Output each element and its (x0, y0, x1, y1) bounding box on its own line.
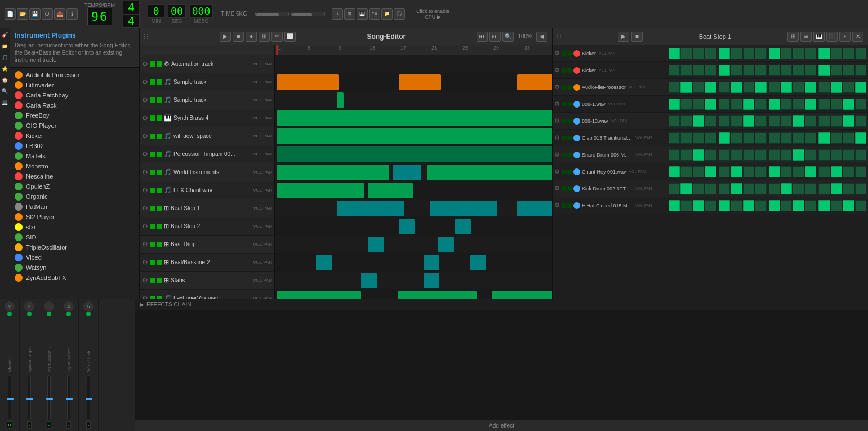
record-step-btn[interactable]: ⊞ (259, 32, 270, 42)
prev-btn[interactable]: ⏮ (477, 32, 488, 42)
record-btn[interactable]: ● (246, 32, 257, 42)
beat-step-btn[interactable] (743, 48, 754, 59)
channel-fader[interactable] (67, 375, 70, 420)
beat-solo-btn[interactable] (567, 186, 572, 191)
strip-my-presets-icon[interactable]: ⭐ (1, 64, 10, 73)
segment[interactable] (427, 165, 552, 180)
beat-step-btn[interactable] (693, 132, 704, 144)
track-mute-btn[interactable] (150, 97, 155, 103)
beat-step-btn[interactable] (781, 65, 792, 76)
beat-step-btn[interactable] (793, 82, 804, 93)
beat-step-btn[interactable] (755, 132, 766, 144)
beat-solo-btn[interactable] (567, 153, 572, 157)
beat-step-btn[interactable] (805, 183, 816, 194)
segment[interactable] (277, 291, 361, 299)
beat-step-btn[interactable] (843, 200, 854, 211)
beat-step-btn[interactable] (793, 166, 804, 177)
beat-step-btn[interactable] (818, 65, 830, 76)
beat-mute-btn[interactable] (562, 170, 566, 174)
channel-led[interactable] (66, 312, 71, 316)
channel-fader[interactable] (28, 375, 31, 420)
new-btn[interactable]: 📄 (5, 8, 16, 20)
beat-step-btn[interactable] (805, 166, 816, 177)
beat-step-btn[interactable] (781, 200, 792, 211)
channel-fader[interactable] (87, 375, 90, 420)
beat-step-btn[interactable] (743, 65, 754, 76)
segment[interactable] (517, 201, 552, 216)
beat-mute-btn[interactable] (562, 203, 566, 208)
instrument-item[interactable]: BitInvader (10, 80, 139, 90)
beat-step-btn[interactable] (793, 48, 804, 59)
beat-step-btn[interactable] (769, 149, 780, 161)
segment[interactable] (424, 255, 439, 270)
track-solo-btn[interactable] (157, 97, 162, 103)
beat-play-btn[interactable]: ▶ (618, 32, 629, 42)
beat-step-btn[interactable] (818, 183, 830, 194)
track-mute-btn[interactable] (150, 134, 155, 139)
track-solo-btn[interactable] (157, 115, 162, 121)
beat-step-btn[interactable] (743, 183, 754, 194)
beat-step-btn[interactable] (669, 115, 680, 127)
beat-gear-icon[interactable]: ⚙ (554, 100, 560, 108)
play-btn[interactable]: ▶ (220, 32, 231, 42)
track-gear-icon[interactable]: ⚙ (142, 132, 148, 140)
export-btn[interactable]: 📤 (54, 8, 65, 20)
track-gear-icon[interactable]: ⚙ (142, 150, 148, 158)
beat-step-btn[interactable] (855, 65, 866, 76)
beat-gear-icon[interactable]: ⚙ (554, 134, 560, 141)
instrument-item[interactable]: Carla Rack (10, 100, 139, 110)
beat-step-btn[interactable] (755, 166, 766, 177)
track-gear-icon[interactable]: ⚙ (142, 168, 148, 176)
instrument-item[interactable]: Nescaline (10, 171, 139, 181)
beat-step-btn[interactable] (805, 200, 816, 211)
track-gear-icon[interactable]: ⚙ (142, 241, 148, 248)
beat-step-btn[interactable] (781, 132, 792, 144)
beat-step-btn[interactable] (743, 82, 754, 93)
track-gear-icon[interactable]: ⚙ (142, 295, 148, 299)
beat-step-btn[interactable] (831, 132, 842, 144)
effects-toggle[interactable]: ▶ (140, 301, 144, 308)
track-gear-icon[interactable]: ⚙ (142, 78, 148, 86)
track-mute-btn[interactable] (150, 61, 155, 67)
beat-step-btn[interactable] (843, 65, 854, 76)
channel-led[interactable] (7, 312, 12, 316)
beat-step-btn[interactable] (755, 82, 766, 93)
beat-step-btn[interactable] (705, 200, 716, 211)
track-gear-icon[interactable]: ⚙ (142, 223, 148, 230)
segment[interactable] (492, 291, 552, 299)
beat-close-btn[interactable]: ✕ (852, 32, 863, 42)
beat-mute-btn[interactable] (562, 119, 566, 123)
strip-search-icon[interactable]: 🔍 (1, 87, 10, 96)
beat-step-btn[interactable] (719, 200, 730, 211)
instrument-item[interactable]: AudioFileProcessor (10, 70, 139, 80)
channel-led[interactable] (86, 312, 91, 316)
beat-step-btn[interactable] (719, 166, 730, 177)
track-solo-btn[interactable] (157, 224, 162, 229)
segment[interactable] (337, 92, 344, 108)
info-btn[interactable]: ℹ (66, 8, 78, 20)
beat-step-btn[interactable] (818, 132, 830, 144)
track-mute-btn[interactable] (150, 206, 155, 211)
channel-led[interactable] (27, 312, 32, 316)
track-gear-icon[interactable]: ⚙ (142, 205, 148, 212)
beat-step-btn[interactable] (793, 65, 804, 76)
beat-step-btn[interactable] (669, 99, 680, 110)
beat-step-btn[interactable] (705, 166, 716, 177)
beat-mute-btn[interactable] (562, 51, 566, 56)
beat-step-btn[interactable] (705, 132, 716, 144)
track-solo-btn[interactable] (157, 170, 162, 175)
fx-view-btn[interactable]: FX (369, 8, 380, 20)
beat-step-btn[interactable] (731, 99, 742, 110)
segment[interactable] (277, 165, 389, 180)
beat-gear-icon[interactable]: ⚙ (554, 185, 560, 192)
beat-step-btn[interactable] (793, 149, 804, 161)
beat-piano-btn[interactable]: 🎹 (813, 32, 825, 42)
beat-stop-btn[interactable]: ■ (631, 32, 643, 42)
beat-step-btn[interactable] (855, 166, 866, 177)
beat-step-btn[interactable] (855, 149, 866, 161)
track-mute-btn[interactable] (150, 188, 155, 193)
beat-gear-icon[interactable]: ⚙ (554, 151, 560, 158)
instrument-item[interactable]: ZynAddSubFX (10, 273, 139, 283)
beat-step-btn[interactable] (680, 149, 692, 161)
beat-step-btn[interactable] (669, 65, 680, 76)
